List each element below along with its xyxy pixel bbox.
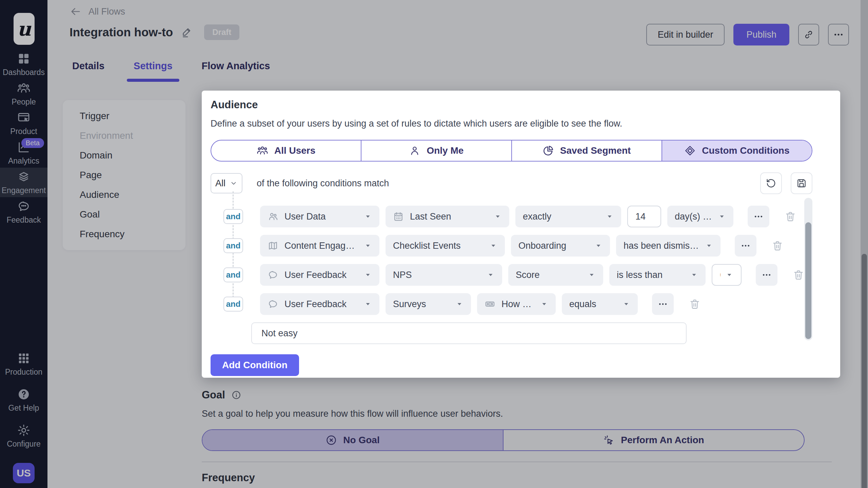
caret-down-icon (606, 212, 614, 221)
pie-icon (542, 145, 554, 156)
user-avatar[interactable]: US (13, 463, 35, 483)
sidebar-item-people[interactable]: People (0, 79, 47, 109)
condition-select[interactable]: How eas… (477, 293, 556, 315)
settings-nav-page[interactable]: Page (63, 165, 185, 185)
condition-select[interactable]: Last Seen (386, 206, 509, 227)
sidebar-item-label: Engagement (2, 186, 46, 195)
sidebar-item-get-help[interactable]: Get Help (0, 382, 47, 418)
sidebar-item-label: Analytics (8, 156, 39, 166)
condition-select[interactable]: 6 (712, 264, 742, 286)
page-scrollbar-thumb[interactable] (862, 254, 867, 488)
sidebar-item-configure[interactable]: Configure (0, 418, 47, 454)
condition-select[interactable]: Content Engagement (260, 235, 379, 257)
app-logo[interactable]: u (14, 13, 35, 45)
condition-value-field[interactable]: 14 (627, 206, 661, 227)
back-link[interactable]: All Flows (70, 5, 125, 18)
sidebar-item-product[interactable]: Product (0, 109, 47, 138)
condition-select[interactable]: Checklist Events (386, 235, 505, 257)
condition-value: User Feedback (284, 299, 359, 309)
settings-nav-trigger[interactable]: Trigger (63, 106, 185, 126)
join-operator-chip[interactable]: and (223, 238, 243, 253)
condition-value: Onboarding (518, 241, 590, 251)
condition-select[interactable]: exactly (515, 206, 621, 227)
settings-nav-audience[interactable]: Audience (63, 185, 185, 205)
ellipsis-icon (762, 270, 772, 280)
segment-only-me[interactable]: Only Me (361, 140, 512, 161)
condition-select[interactable]: is less than (609, 264, 706, 286)
caret-down-icon (705, 242, 713, 250)
sidebar-item-label: Configure (7, 439, 41, 449)
survey-answer-input[interactable]: Not easy (251, 322, 687, 344)
tab-details[interactable]: Details (71, 60, 106, 82)
trash-icon[interactable] (792, 269, 805, 281)
sidebar-item-feedback[interactable]: Feedback (0, 197, 47, 227)
edit-title-pencil-icon[interactable] (181, 26, 193, 38)
condition-select[interactable]: day(s) ago (667, 206, 733, 227)
user-icon (409, 145, 420, 156)
goal-option-no-goal[interactable]: No Goal (202, 430, 504, 450)
circle-x-icon (326, 434, 337, 446)
condition-select[interactable]: Onboarding (511, 235, 610, 257)
settings-nav-goal[interactable]: Goal (63, 205, 185, 224)
edit-in-builder-button[interactable]: Edit in builder (646, 24, 725, 45)
goal-option-perform-an-action[interactable]: Perform An Action (504, 430, 804, 450)
condition-select[interactable]: User Feedback (260, 293, 379, 315)
chat-icon (268, 269, 278, 280)
settings-nav-environment[interactable]: Environment (63, 126, 185, 146)
condition-more-button[interactable] (756, 264, 777, 286)
caret-down-icon (364, 271, 372, 279)
goal-description: Set a goal to help you measure how this … (202, 409, 832, 419)
ellipsis-icon (833, 29, 844, 40)
trash-icon[interactable] (689, 298, 701, 310)
match-operator-select[interactable]: All (211, 173, 242, 193)
sidebar-item-engagement[interactable]: Engagement (0, 168, 47, 197)
add-condition-button[interactable]: Add Condition (211, 354, 299, 376)
page-scrollbar (861, 0, 868, 488)
segment-custom-conditions[interactable]: Custom Conditions (662, 140, 812, 161)
join-operator-chip[interactable]: and (223, 297, 243, 312)
condition-more-button[interactable] (748, 206, 769, 227)
publish-button[interactable]: Publish (733, 24, 789, 45)
trash-icon[interactable] (771, 240, 784, 252)
condition-more-button[interactable] (652, 293, 674, 315)
condition-select[interactable]: User Feedback (260, 264, 379, 286)
sidebar-item-production[interactable]: Production (0, 346, 47, 382)
sidebar-item-dashboards[interactable]: Dashboards (0, 50, 47, 79)
score-icon (485, 299, 495, 309)
audience-description: Define a subset of your users by using a… (211, 118, 812, 129)
link-icon (803, 29, 814, 40)
caret-down-icon (455, 300, 463, 308)
tab-settings[interactable]: Settings (132, 60, 174, 82)
reset-conditions-button[interactable] (760, 172, 782, 194)
caret-down-icon (487, 271, 495, 279)
info-icon[interactable] (231, 390, 241, 400)
trash-icon[interactable] (784, 210, 796, 223)
segment-all-users[interactable]: All Users (211, 140, 361, 161)
condition-select[interactable]: Surveys (386, 293, 471, 315)
condition-more-button[interactable] (735, 235, 756, 257)
join-operator-chip[interactable]: and (223, 209, 243, 224)
conditions-scrollbar-thumb[interactable] (805, 222, 811, 339)
audience-type-segments: All Users Only Me Saved Segment Custom C… (211, 140, 812, 162)
settings-nav-frequency[interactable]: Frequency (63, 224, 185, 244)
frequency-title: Frequency (202, 472, 255, 484)
tab-flow-analytics[interactable]: Flow Analytics (200, 60, 272, 82)
condition-select[interactable]: has been dismissed (616, 235, 721, 257)
sidebar-item-analytics[interactable]: Beta Analytics (0, 138, 47, 168)
more-options-button[interactable] (828, 24, 849, 45)
condition-select[interactable]: NPS (386, 264, 502, 286)
segment-label: Saved Segment (560, 145, 631, 156)
ellipsis-icon (658, 299, 668, 309)
status-badge: Draft (204, 24, 239, 40)
condition-select[interactable]: equals (562, 293, 638, 315)
segment-saved-segment[interactable]: Saved Segment (512, 140, 662, 161)
condition-value: 14 (635, 211, 653, 222)
caret-down-icon (622, 300, 630, 308)
save-segment-button[interactable] (791, 172, 812, 194)
condition-select[interactable]: Score (508, 264, 603, 286)
join-operator-chip[interactable]: and (223, 267, 243, 282)
copy-link-button[interactable] (798, 24, 819, 45)
caret-down-icon (489, 242, 497, 250)
condition-select[interactable]: User Data (260, 206, 379, 227)
settings-nav-domain[interactable]: Domain (63, 146, 185, 165)
